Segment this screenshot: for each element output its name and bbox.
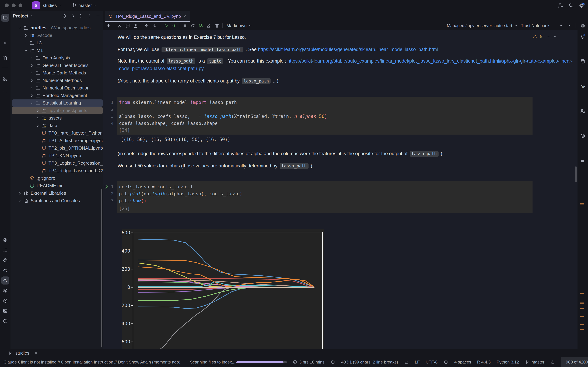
layers-tool-icon[interactable] xyxy=(0,285,10,296)
chevron-right-icon[interactable] xyxy=(23,41,29,45)
paste-cell-button[interactable] xyxy=(132,22,140,29)
status-message[interactable]: Claude Client is not installed // Open I… xyxy=(3,357,180,367)
chevron-right-icon[interactable] xyxy=(29,71,35,75)
tab-notebook[interactable]: TP4_Ridge_Lasso_and_CV.ipynb xyxy=(105,11,190,22)
add-cell-button[interactable] xyxy=(104,22,112,29)
expand-all-icon[interactable] xyxy=(70,14,75,18)
window-minimize-button[interactable] xyxy=(12,3,16,7)
rlang-tool-icon[interactable]: R xyxy=(578,81,588,91)
restart-kernel-button[interactable] xyxy=(189,22,197,29)
chevron-right-icon[interactable] xyxy=(29,86,35,90)
globe-icon[interactable] xyxy=(580,23,586,28)
tree-item-tp2-knn-ipynb[interactable]: TP2_KNN.ipynb xyxy=(10,152,103,159)
git-tab-close-icon[interactable] xyxy=(34,351,38,355)
tree-item-tp3-logistic-regression-an[interactable]: TP3_Logistic_Regression_an xyxy=(10,159,103,167)
hexagon-widget[interactable] xyxy=(330,360,335,365)
window-zoom-button[interactable] xyxy=(18,3,22,7)
search-icon[interactable] xyxy=(568,2,574,8)
tree-item-gitignore[interactable]: .gitignore xyxy=(10,175,103,182)
stop-kernel-button[interactable] xyxy=(181,22,189,29)
cell-type-dropdown[interactable]: Markdown xyxy=(226,23,252,28)
warning-stripe-mark[interactable] xyxy=(580,324,584,325)
code-line[interactable]: plt.plot(np.log10(alphas_lasso), coefs_l… xyxy=(119,191,242,196)
memory-indicator[interactable]: 980 of 4200M xyxy=(561,357,588,367)
chevron-right-icon[interactable] xyxy=(17,199,23,203)
next-cell-icon[interactable] xyxy=(566,23,571,28)
panel-options-icon[interactable] xyxy=(87,14,92,18)
tree-item-readme-md[interactable]: README.md xyxy=(10,182,103,189)
run-cell-button[interactable] xyxy=(162,22,170,29)
tree-item-numerical-methods[interactable]: Numerical Methods xyxy=(10,77,103,84)
code-cell-1[interactable]: from sklearn.linear_model import lasso_p… xyxy=(117,97,533,134)
chevron-down-icon[interactable] xyxy=(30,14,34,18)
warning-stripe-mark[interactable] xyxy=(580,329,584,330)
chevron-right-icon[interactable] xyxy=(17,191,23,195)
tree-item-assets[interactable]: assets xyxy=(10,114,103,122)
more-tool-icon[interactable] xyxy=(0,87,10,97)
file-encoding[interactable]: UTF-8 xyxy=(426,360,438,365)
run-all-button[interactable] xyxy=(197,22,205,29)
molecule-tool-icon[interactable] xyxy=(0,235,10,245)
chevron-right-icon[interactable] xyxy=(35,108,41,113)
move-up-button[interactable] xyxy=(143,22,151,29)
editor-scrollbar-thumb[interactable] xyxy=(575,166,577,183)
chevron-right-icon[interactable] xyxy=(29,56,35,60)
tree-item-data[interactable]: data xyxy=(10,122,103,129)
chevron-down-icon[interactable] xyxy=(23,48,29,53)
python-interpreter[interactable]: Python 3.12 xyxy=(497,360,519,365)
chevron-right-icon[interactable] xyxy=(23,33,29,38)
tree-item-statistical-learning[interactable]: Statistical Learning xyxy=(10,99,103,107)
pull-request-tool-icon[interactable] xyxy=(0,53,10,63)
warning-stripe-mark[interactable] xyxy=(580,302,584,304)
clear-outputs-button[interactable] xyxy=(205,22,213,29)
tree-item-studies[interactable]: studies~/Workspace/studies xyxy=(10,24,103,32)
code-line[interactable]: coefs_lasso = coefs_lasso.T xyxy=(119,184,193,189)
git-tab-label[interactable]: studies xyxy=(15,350,29,356)
move-down-button[interactable] xyxy=(151,22,159,29)
copy-cell-button[interactable] xyxy=(123,22,132,29)
chevron-right-icon[interactable] xyxy=(35,116,41,120)
tree-item-tp0-intro-jupyter-python-ip[interactable]: TP0_Intro_Jupyter_Python.ip xyxy=(10,129,103,137)
tree-item-external-libraries[interactable]: External Libraries xyxy=(10,189,103,197)
branch-widget[interactable]: master xyxy=(72,3,97,8)
project-panel-title[interactable]: Project xyxy=(13,13,28,19)
todo-tool-icon[interactable] xyxy=(0,245,10,255)
code-line[interactable]: plt.show() xyxy=(119,198,147,203)
collapse-all-icon[interactable] xyxy=(79,14,84,18)
hexagon-tool-icon[interactable] xyxy=(578,131,588,141)
caret-position[interactable]: 483:1 (99 chars, 2 line breaks) xyxy=(341,360,398,365)
tree-item-vscode[interactable]: .vscode xyxy=(10,32,103,39)
tree-item-numerical-optimisation[interactable]: Numerical Optimisation xyxy=(10,84,103,92)
warning-stripe-mark[interactable] xyxy=(580,316,584,317)
tree-item-tp1-a-first-example-ipynb[interactable]: TP1_A_first_example.ipynb xyxy=(10,137,103,144)
indent-style[interactable]: 4 spaces xyxy=(454,360,471,365)
project-widget[interactable]: studies xyxy=(43,3,63,8)
git-branch[interactable]: master xyxy=(525,360,545,365)
tree-item-data-analysis[interactable]: Data Analysis xyxy=(10,54,103,62)
chevron-down-icon[interactable] xyxy=(29,101,35,105)
tree-item-ipynb-checkpoints[interactable]: .ipynb_checkpoints xyxy=(10,107,103,114)
code-line[interactable]: coefs_lasso.shape, coefs_lasso.shape xyxy=(119,121,218,126)
code-line[interactable]: alphas_lasso, coefs_lasso, _ = lasso_pat… xyxy=(119,114,327,119)
chevron-right-icon[interactable] xyxy=(29,63,35,68)
chevron-right-icon[interactable] xyxy=(35,124,41,128)
session-time[interactable]: 3 hrs 18 mins xyxy=(293,360,324,365)
tree-item-portfolio-management[interactable]: Portfolio Management xyxy=(10,92,103,99)
folder-tool-tool-icon[interactable] xyxy=(0,13,10,23)
rlang-tool-icon[interactable]: R xyxy=(0,265,10,275)
prev-cell-icon[interactable] xyxy=(559,23,563,28)
structure-tool-icon[interactable] xyxy=(0,74,10,84)
ai-assistant[interactable] xyxy=(404,360,409,365)
run-cell-gutter-icon[interactable] xyxy=(103,184,109,189)
services-tool-icon[interactable] xyxy=(0,296,10,306)
debug-cell-button[interactable] xyxy=(170,22,178,29)
chevron-down-icon[interactable] xyxy=(17,26,23,30)
markdown-link[interactable]: https://scikit-learn.org/stable/modules/… xyxy=(258,47,438,52)
tree-item-m1[interactable]: M1 xyxy=(10,47,103,54)
tree-item-scratches-and-consoles[interactable]: Scratches and Consoles xyxy=(10,197,103,204)
rlang-tool-icon[interactable]: R xyxy=(0,275,10,285)
code-line[interactable]: from sklearn.linear_model import lasso_p… xyxy=(119,100,237,105)
problems-tool-icon[interactable] xyxy=(0,316,10,326)
notebook-editor[interactable]: 9 We will do the same questions as in Ex… xyxy=(103,30,578,349)
highlight-level[interactable] xyxy=(443,360,448,365)
